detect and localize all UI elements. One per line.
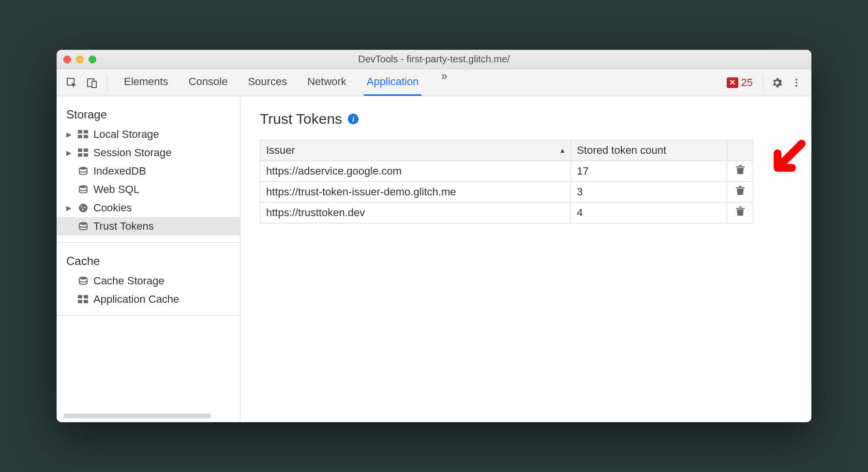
sidebar-item-trust-tokens[interactable]: Trust Tokens [57,217,240,236]
sidebar-item-label: IndexedDB [93,165,146,177]
tab-application[interactable]: Application [364,69,422,96]
table-row[interactable]: https://trusttoken.dev 4 [260,203,753,223]
svg-rect-22 [78,295,82,298]
cell-issuer: https://trust-token-issuer-demo.glitch.m… [260,182,571,203]
grid-icon [77,148,90,158]
sidebar-item-label: Trust Tokens [93,220,154,233]
cell-count: 3 [571,182,727,203]
table-row[interactable]: https://trust-token-issuer-demo.glitch.m… [260,182,753,203]
separator [57,242,240,243]
svg-rect-13 [84,153,88,157]
sidebar-item-cookies[interactable]: ▶ Cookies [57,199,240,217]
svg-rect-25 [84,300,88,303]
column-header-issuer[interactable]: Issuer ▲ [260,140,571,161]
error-count-badge[interactable]: ✕ 25 [723,75,757,90]
svg-point-19 [82,208,83,210]
delete-token-button[interactable] [736,206,745,216]
delete-token-button[interactable] [736,186,745,195]
svg-point-14 [79,167,87,170]
svg-point-3 [795,78,797,80]
svg-point-21 [79,277,87,280]
disclosure-triangle-icon: ▶ [66,131,73,138]
separator [57,315,240,316]
tab-network[interactable]: Network [304,69,349,96]
svg-rect-8 [78,135,82,138]
application-sidebar: Storage ▶ Local Storage ▶ Session Storag… [57,96,240,422]
column-header-actions [727,140,753,161]
devtools-body: Storage ▶ Local Storage ▶ Session Storag… [57,96,811,422]
separator [107,74,107,91]
sidebar-item-indexeddb[interactable]: IndexedDB [57,162,240,180]
cell-issuer: https://trusttoken.dev [260,203,571,223]
settings-icon[interactable] [769,74,785,91]
grid-icon [77,294,90,305]
svg-point-16 [79,204,88,212]
tab-elements[interactable]: Elements [121,69,171,96]
cell-count: 4 [571,203,727,223]
main-pane: Trust Tokens i Issuer ▲ Stored token cou… [240,96,811,422]
kebab-menu-icon[interactable] [788,74,805,91]
cell-count: 17 [571,161,727,182]
window-title: DevTools - first-party-test.glitch.me/ [57,54,811,65]
svg-point-5 [795,85,797,87]
device-toolbar-icon[interactable] [84,74,100,91]
delete-token-button[interactable] [736,165,745,175]
database-icon [77,276,90,286]
table-row[interactable]: https://adservice.google.com 17 [260,161,753,182]
svg-rect-23 [84,295,88,298]
sidebar-item-label: Session Storage [93,147,171,159]
sort-ascending-icon: ▲ [559,147,566,154]
titlebar: DevTools - first-party-test.glitch.me/ [57,50,811,69]
sidebar-item-cache-storage[interactable]: Cache Storage [57,272,240,290]
column-header-count[interactable]: Stored token count [571,140,727,161]
svg-rect-9 [84,135,88,138]
error-count: 25 [741,76,753,89]
column-header-label: Issuer [266,144,295,156]
cookie-icon [77,203,90,213]
section-title-storage: Storage [57,103,240,125]
svg-point-4 [795,82,797,84]
svg-rect-7 [84,130,88,133]
svg-point-15 [79,185,87,188]
svg-point-20 [79,222,87,225]
svg-point-18 [84,206,85,208]
disclosure-triangle-icon: ▶ [66,149,73,157]
horizontal-scrollbar[interactable] [63,413,211,418]
database-icon [77,184,90,195]
svg-rect-12 [78,153,82,157]
svg-rect-6 [78,130,82,133]
inspect-element-icon[interactable] [63,74,80,91]
info-icon[interactable]: i [348,114,359,124]
toolbar-right: ✕ 25 [723,74,805,91]
grid-icon [77,129,90,140]
svg-rect-2 [92,81,96,88]
more-tabs-button[interactable]: » [436,69,452,96]
panel-tabs: Elements Console Sources Network Applica… [121,69,452,96]
sidebar-item-label: Application Cache [93,293,179,306]
tab-console[interactable]: Console [186,69,231,96]
database-icon [77,166,90,177]
separator [763,74,763,91]
sidebar-item-label: Local Storage [93,128,159,141]
sidebar-item-websql[interactable]: Web SQL [57,180,240,199]
annotation-arrow-icon [768,139,807,177]
sidebar-item-label: Cache Storage [93,275,165,287]
section-title-cache: Cache [57,250,240,272]
column-header-label: Stored token count [577,144,666,156]
pane-title: Trust Tokens i [260,111,792,127]
sidebar-item-application-cache[interactable]: Application Cache [57,290,240,309]
sidebar-item-local-storage[interactable]: ▶ Local Storage [57,125,240,144]
devtools-window: DevTools - first-party-test.glitch.me/ E… [57,50,811,422]
cell-issuer: https://adservice.google.com [260,161,571,182]
disclosure-triangle-icon: ▶ [66,204,73,212]
sidebar-item-label: Cookies [93,202,132,214]
sidebar-item-label: Web SQL [93,183,139,196]
svg-rect-24 [78,300,82,303]
tab-sources[interactable]: Sources [245,69,290,96]
svg-point-17 [81,206,82,207]
svg-rect-10 [78,148,82,152]
sidebar-item-session-storage[interactable]: ▶ Session Storage [57,144,240,162]
database-icon [77,221,90,232]
error-icon: ✕ [727,77,738,88]
devtools-tabstrip: Elements Console Sources Network Applica… [57,69,811,96]
